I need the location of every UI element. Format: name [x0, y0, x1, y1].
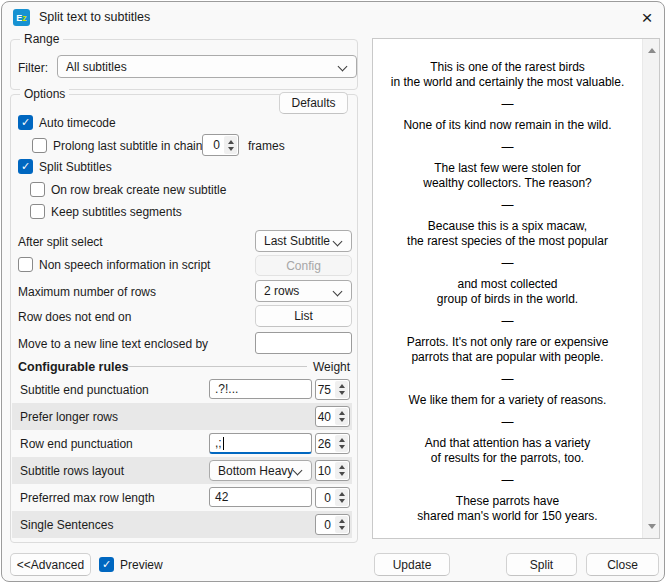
subtitle-block: Because this is a spix macaw, the rarest…: [385, 219, 630, 249]
subtitle-block: These parrots have shared man's world fo…: [385, 494, 630, 524]
subtitle-rows-layout-dropdown[interactable]: Bottom Heavy: [209, 460, 312, 481]
split-subtitles-label: Split Subtitles: [39, 160, 112, 174]
subtitle-end-punctuation-value: .?!...: [215, 382, 238, 396]
subtitle-block: This is one of the rarest birds in the w…: [385, 60, 630, 90]
checkmark-icon: ✓: [102, 558, 111, 571]
after-split-value: Last Subtitle: [264, 234, 330, 248]
rule-label: Subtitle end punctuation: [20, 383, 149, 397]
text-caret: [223, 437, 224, 450]
arrow-down-icon[interactable]: [339, 391, 345, 395]
weight-value: 26: [316, 434, 334, 453]
title-bar[interactable]: Ez Split text to subtitles ×: [2, 2, 664, 32]
prolong-frames-value: 0: [203, 135, 223, 155]
scroll-down-icon[interactable]: [648, 524, 656, 529]
rules-header-divider: [127, 366, 307, 367]
arrow-down-icon[interactable]: [339, 472, 345, 476]
arrow-down-icon[interactable]: [339, 526, 345, 530]
update-button[interactable]: Update: [374, 553, 450, 576]
prolong-checkbox[interactable]: [32, 138, 47, 153]
range-group-label: Range: [20, 32, 63, 46]
preferred-max-row-length-weight[interactable]: 0: [315, 487, 350, 508]
subtitle-block: and most collected group of birds in the…: [385, 277, 630, 307]
filter-dropdown-value: All subtitles: [66, 60, 127, 74]
on-row-break-label: On row break create new subtitle: [51, 183, 226, 197]
row-end-punctuation-weight[interactable]: 26: [315, 433, 350, 454]
single-sentences-weight[interactable]: 0: [315, 514, 350, 535]
preview-checkbox[interactable]: ✓: [99, 557, 114, 572]
filter-dropdown[interactable]: All subtitles: [57, 55, 357, 78]
options-group-label: Options: [20, 87, 69, 101]
prolong-frames-stepper[interactable]: 0: [202, 134, 239, 156]
stepper-arrows[interactable]: [335, 489, 348, 506]
chevron-down-icon: [338, 62, 348, 72]
subtitle-end-punctuation-weight[interactable]: 75: [315, 379, 350, 400]
subtitle-separator: —: [373, 417, 642, 427]
rule-label: Single Sentences: [20, 518, 113, 532]
stepper-arrows[interactable]: [335, 462, 348, 479]
rule-label: Preferred max row length: [20, 491, 155, 505]
prefer-longer-rows-weight[interactable]: 40: [315, 406, 350, 427]
stepper-arrows[interactable]: [335, 516, 348, 533]
subtitle-separator: —: [373, 533, 642, 538]
chevron-down-icon: [293, 466, 303, 476]
preferred-max-row-length-input[interactable]: 42: [209, 487, 312, 507]
defaults-button[interactable]: Defaults: [279, 92, 348, 114]
close-icon[interactable]: ×: [635, 7, 659, 29]
arrow-down-icon[interactable]: [228, 147, 234, 151]
window-title: Split text to subtitles: [39, 10, 150, 24]
close-button[interactable]: Close: [586, 553, 659, 576]
arrow-up-icon[interactable]: [339, 492, 345, 496]
after-split-dropdown[interactable]: Last Subtitle: [255, 230, 352, 252]
weight-value: 75: [316, 380, 334, 399]
after-split-label: After split select: [18, 235, 103, 249]
subtitle-rows-layout-value: Bottom Heavy: [218, 464, 293, 478]
arrow-up-icon[interactable]: [339, 465, 345, 469]
non-speech-checkbox[interactable]: [18, 257, 33, 272]
auto-timecode-checkbox[interactable]: ✓: [18, 115, 33, 130]
weight-header: Weight: [313, 360, 350, 374]
subtitle-separator: —: [373, 142, 642, 152]
advanced-button[interactable]: <<Advanced: [10, 553, 91, 576]
subtitle-separator: —: [373, 200, 642, 210]
scroll-up-icon[interactable]: [648, 48, 656, 53]
chevron-down-icon: [333, 237, 343, 247]
subtitle-block: Parrots. It's not only rare or expensive…: [385, 335, 630, 365]
checkmark-icon: ✓: [21, 116, 30, 129]
arrow-up-icon[interactable]: [339, 519, 345, 523]
preview-scrollbar[interactable]: [642, 39, 659, 538]
preview-text: This is one of the rarest birds in the w…: [373, 39, 642, 538]
arrow-up-icon[interactable]: [339, 438, 345, 442]
subtitle-block: We like them for a variety of reasons.: [385, 393, 630, 408]
arrow-up-icon[interactable]: [339, 411, 345, 415]
on-row-break-checkbox[interactable]: [30, 182, 45, 197]
chevron-down-icon: [333, 287, 343, 297]
subtitle-separator: —: [373, 99, 642, 109]
auto-timecode-label: Auto timecode: [39, 116, 116, 130]
max-rows-dropdown[interactable]: 2 rows: [255, 280, 352, 302]
row-end-punctuation-input[interactable]: ,;: [209, 433, 312, 454]
arrow-down-icon[interactable]: [339, 499, 345, 503]
rule-row-prefer-longer-rows: Prefer longer rows: [12, 403, 352, 430]
rules-header: Configurable rules: [18, 360, 128, 374]
move-line-input[interactable]: [255, 332, 352, 354]
stepper-arrows[interactable]: [335, 408, 348, 425]
checkmark-icon: ✓: [21, 160, 30, 173]
arrow-up-icon[interactable]: [339, 384, 345, 388]
subtitle-rows-layout-weight[interactable]: 10: [315, 460, 350, 481]
subtitle-end-punctuation-input[interactable]: .?!...: [209, 379, 312, 399]
arrow-up-icon[interactable]: [228, 140, 234, 144]
preview-checkbox-label: Preview: [120, 558, 163, 572]
weight-value: 0: [316, 515, 334, 534]
split-button[interactable]: Split: [506, 553, 577, 576]
split-subtitles-checkbox[interactable]: ✓: [18, 159, 33, 174]
list-button[interactable]: List: [255, 305, 352, 327]
split-text-dialog: Ez Split text to subtitles × Range Filte…: [1, 1, 665, 582]
stepper-arrows[interactable]: [335, 435, 348, 452]
stepper-arrows[interactable]: [335, 381, 348, 398]
arrow-down-icon[interactable]: [339, 418, 345, 422]
stepper-arrows[interactable]: [224, 136, 237, 154]
arrow-down-icon[interactable]: [339, 445, 345, 449]
move-line-label: Move to a new line text enclosed by: [18, 337, 208, 351]
keep-segments-checkbox[interactable]: [30, 204, 45, 219]
rule-label: Subtitle rows layout: [20, 464, 124, 478]
